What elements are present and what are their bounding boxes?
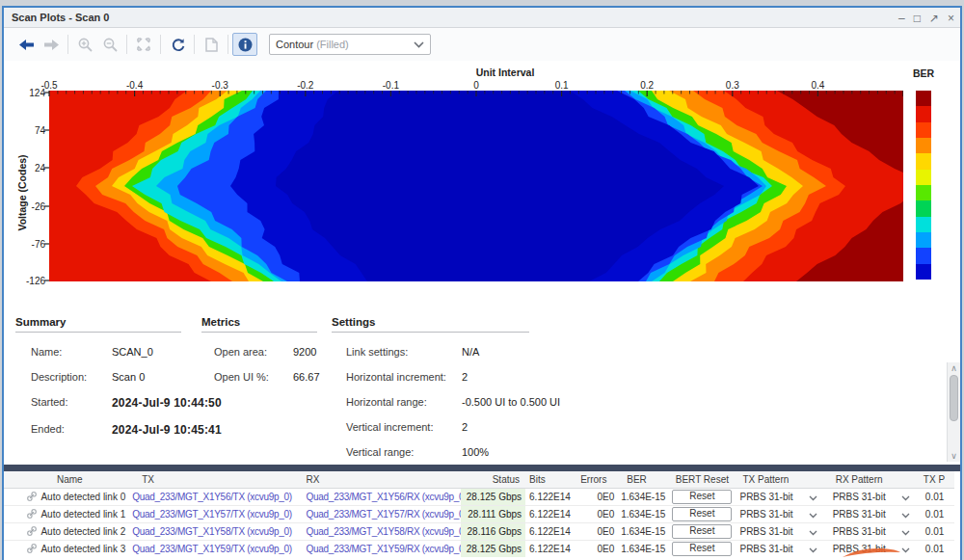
export-report-button[interactable] xyxy=(199,33,224,56)
tx-endpoint-link[interactable]: Quad_233/MGT_X1Y58/TX (xcvu9p_0) xyxy=(129,522,303,540)
tx-endpoint-link[interactable]: Quad_233/MGT_X1Y57/TX (xcvu9p_0) xyxy=(129,505,303,522)
summary-heading: Summary xyxy=(15,316,181,333)
rx-pattern-dropdown[interactable]: PRBS 31-bit xyxy=(829,505,922,522)
reset-button[interactable]: Reset xyxy=(672,542,732,556)
tx-pattern-dropdown[interactable]: PRBS 31-bit xyxy=(736,540,828,557)
vertical-scrollbar[interactable]: ∧ ∨ xyxy=(947,362,960,462)
rx-endpoint-link[interactable]: Quad_233/MGT_X1Y56/RX (xcvu9p_0) xyxy=(304,488,461,505)
summary-started-value: 2024-Jul-9 10:44:50 xyxy=(112,396,222,410)
link-name: Auto detected link 2 xyxy=(40,526,125,537)
float-icon[interactable]: ↗ xyxy=(929,13,939,24)
close-icon[interactable]: × xyxy=(948,13,954,24)
tx-pattern-dropdown[interactable]: PRBS 31-bit xyxy=(736,505,828,522)
errors-cell: 0E0 xyxy=(576,505,620,522)
tx-pattern-value: PRBS 31-bit xyxy=(739,526,792,537)
x-tick-label: -0.1 xyxy=(383,80,399,91)
plot-toolbar: Contour (Filled) xyxy=(4,28,960,61)
reset-button[interactable]: Reset xyxy=(672,524,732,539)
y-axis-title: Voltage (Codes) xyxy=(16,140,28,246)
tx-pattern-dropdown[interactable]: PRBS 31-bit xyxy=(736,488,828,505)
link-name-cell[interactable]: Auto detected link 1 xyxy=(4,505,129,522)
rx-endpoint-link[interactable]: Quad_233/MGT_X1Y59/RX (xcvu9p_0) xyxy=(304,540,461,557)
vertical-scroll-thumb[interactable] xyxy=(950,375,958,421)
col-header-tx-pattern[interactable]: TX Pattern xyxy=(736,471,828,488)
table-row[interactable]: Auto detected link 3Quad_233/MGT_X1Y59/T… xyxy=(4,540,954,557)
col-header-rx[interactable]: RX xyxy=(304,471,461,488)
zoom-out-button[interactable] xyxy=(97,33,122,56)
col-header-tx[interactable]: TX xyxy=(129,471,303,488)
link-name-cell[interactable]: Auto detected link 3 xyxy=(4,540,129,557)
plot-type-dropdown[interactable]: Contour (Filled) xyxy=(269,34,431,55)
rx-endpoint-link[interactable]: Quad_233/MGT_X1Y57/RX (xcvu9p_0) xyxy=(304,505,461,522)
ber-cell: 1.634E-15 xyxy=(620,522,668,540)
rx-pattern-dropdown[interactable]: PRBS 31-bit xyxy=(829,488,922,505)
title-bar[interactable]: Scan Plots - Scan 0 – □ ↗ × xyxy=(4,8,960,28)
settings-heading: Settings xyxy=(332,316,529,333)
contour-plot[interactable] xyxy=(44,91,903,281)
col-header-name[interactable]: Name xyxy=(4,471,129,488)
chevron-down-icon xyxy=(901,530,910,536)
reset-button[interactable]: Reset xyxy=(672,490,732,504)
panel-divider[interactable] xyxy=(4,465,960,471)
zoom-in-button[interactable] xyxy=(72,33,97,56)
zoom-fit-button[interactable] xyxy=(131,33,156,56)
tx-p-cell: 0.01 xyxy=(922,522,954,540)
colorbar-segment xyxy=(916,170,931,185)
scan-plots-window: Scan Plots - Scan 0 – □ ↗ × xyxy=(2,6,962,560)
link-icon xyxy=(27,509,37,519)
colorbar-segment xyxy=(916,200,931,216)
colorbar-segment xyxy=(916,122,931,138)
settings-section: Settings Link settings:N/AHorizontal inc… xyxy=(332,316,560,458)
reset-button[interactable]: Reset xyxy=(672,507,732,521)
y-tick-label: -126 xyxy=(9,276,45,286)
plot-type-suffix: (Filled) xyxy=(316,39,349,50)
col-header-rx-pattern[interactable]: RX Pattern xyxy=(829,471,922,488)
col-header-bits[interactable]: Bits xyxy=(525,471,576,488)
scroll-down-icon[interactable]: ∨ xyxy=(948,451,960,461)
table-row[interactable]: Auto detected link 0Quad_233/MGT_X1Y56/T… xyxy=(4,488,954,505)
summary-started-label: Started: xyxy=(31,396,112,410)
x-tick-label: 0.2 xyxy=(640,80,654,91)
summary-ended-value: 2024-Jul-9 10:45:41 xyxy=(112,423,222,437)
status-cell: 28.125 Gbps xyxy=(461,488,525,505)
refresh-button[interactable] xyxy=(165,33,190,56)
col-header-errors[interactable]: Errors xyxy=(576,471,620,488)
x-tick-label: 0.1 xyxy=(555,80,569,91)
col-header-ber[interactable]: BER xyxy=(620,471,668,488)
tx-pattern-value: PRBS 31-bit xyxy=(739,509,792,520)
settings-row: Horizontal increment:2 xyxy=(332,371,560,383)
info-button[interactable] xyxy=(232,33,257,56)
maximize-icon[interactable]: □ xyxy=(914,13,921,24)
refresh-icon xyxy=(171,38,185,52)
tx-endpoint-link[interactable]: Quad_233/MGT_X1Y56/TX (xcvu9p_0) xyxy=(129,488,303,505)
col-header-bert-reset[interactable]: BERT Reset xyxy=(668,471,736,488)
minimize-icon[interactable]: – xyxy=(898,13,905,24)
chevron-down-icon xyxy=(809,530,817,536)
scroll-up-icon[interactable]: ∧ xyxy=(948,363,960,373)
open-area-value: 9200 xyxy=(293,346,316,358)
ber-colorbar xyxy=(916,91,931,280)
tx-endpoint-link[interactable]: Quad_233/MGT_X1Y59/TX (xcvu9p_0) xyxy=(129,540,303,557)
table-row[interactable]: Auto detected link 1Quad_233/MGT_X1Y57/T… xyxy=(4,505,954,522)
colorbar-segment xyxy=(916,248,931,263)
rx-endpoint-link[interactable]: Quad_233/MGT_X1Y58/RX (xcvu9p_0) xyxy=(304,522,461,540)
link-name-cell[interactable]: Auto detected link 0 xyxy=(4,488,129,505)
bits-cell: 6.122E14 xyxy=(525,522,576,540)
settings-label: Vertical increment: xyxy=(346,421,462,433)
bert-reset-cell: Reset xyxy=(668,505,736,522)
tx-pattern-dropdown[interactable]: PRBS 31-bit xyxy=(736,522,828,540)
back-button[interactable] xyxy=(13,33,39,56)
link-name-cell[interactable]: Auto detected link 2 xyxy=(4,522,129,540)
rx-pattern-dropdown[interactable]: PRBS 31-bit xyxy=(829,522,922,540)
settings-row: Vertical increment:2 xyxy=(332,421,560,433)
col-header-status[interactable]: Status xyxy=(461,471,525,488)
table-row[interactable]: Auto detected link 2Quad_233/MGT_X1Y58/T… xyxy=(4,522,954,540)
plot-type-value: Contour xyxy=(276,39,313,50)
colorbar-segment xyxy=(916,185,931,200)
orange-cursor-artifact xyxy=(839,545,906,560)
forward-button[interactable] xyxy=(39,33,64,56)
link-name: Auto detected link 1 xyxy=(40,509,125,520)
forward-arrow-icon xyxy=(44,40,59,50)
col-header-tx-p[interactable]: TX P xyxy=(922,471,954,488)
settings-value: 2 xyxy=(462,421,468,433)
